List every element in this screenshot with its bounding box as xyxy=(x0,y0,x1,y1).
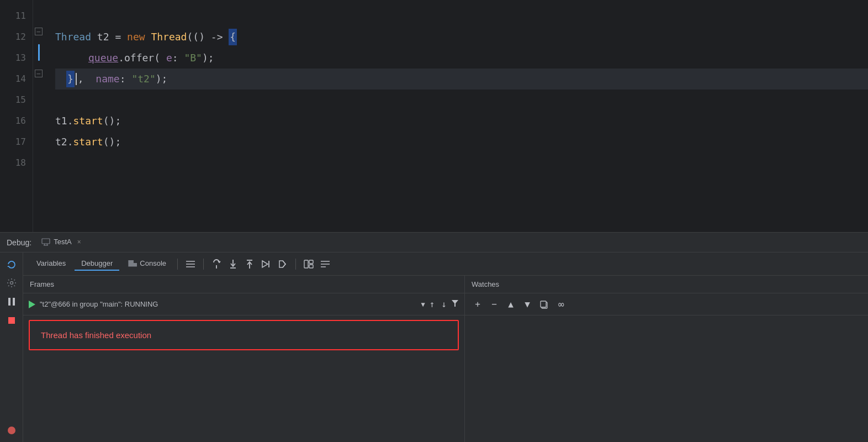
frames-label: Frames xyxy=(30,280,54,288)
svg-rect-19 xyxy=(309,260,313,264)
watches-label: Watches xyxy=(472,280,499,288)
fold-icon-14[interactable]: − xyxy=(35,70,43,77)
kw-thread: Thread xyxy=(55,29,91,45)
gutter-row-14: − xyxy=(33,63,44,84)
thread-selector[interactable]: "t2"@666 in group "main": RUNNING ▼ ↑ ↓ xyxy=(23,293,464,315)
toolbar-icons xyxy=(184,258,331,270)
code-line-13: queue .offer( e : "B" ); xyxy=(55,48,868,69)
svg-rect-5 xyxy=(8,298,10,306)
code-line-12: Thread t2 = new Thread (() -> { xyxy=(55,27,868,48)
debug-body: Variables Debugger Console xyxy=(0,252,868,442)
thread-nav: ↑ ↓ xyxy=(430,299,447,309)
tab-variables[interactable]: Variables xyxy=(30,257,72,271)
code-editor: 11 12 13 14 15 16 17 18 − − Thread t2 = xyxy=(0,0,868,232)
line-number-11: 11 xyxy=(0,6,26,27)
watches-toolbar: + − ▲ ▼ xyxy=(465,293,868,315)
kw-queue: queue xyxy=(88,50,118,66)
settings-button[interactable] xyxy=(4,276,19,290)
pause-button[interactable] xyxy=(4,294,19,309)
watch-up-icon[interactable]: ▲ xyxy=(505,298,517,311)
svg-point-4 xyxy=(10,282,13,285)
gutter-row-11 xyxy=(33,0,44,21)
debug-toolbar: Variables Debugger Console xyxy=(23,252,868,276)
line-numbers: 11 12 13 14 15 16 17 18 xyxy=(0,0,33,232)
add-watch-icon[interactable]: + xyxy=(472,298,484,311)
svg-point-8 xyxy=(8,427,15,434)
debug-main: Variables Debugger Console xyxy=(23,252,868,442)
code-line-14: } , name : "t2" ); xyxy=(55,69,868,90)
run-to-cursor-icon[interactable] xyxy=(260,258,272,270)
remove-watch-icon[interactable]: − xyxy=(488,298,500,311)
debug-tab-icon xyxy=(41,238,50,246)
evaluate-watch-icon[interactable]: ∞ xyxy=(554,298,567,311)
gutter: − − xyxy=(33,0,44,232)
watch-down-icon[interactable]: ▼ xyxy=(521,298,533,311)
close-tab-icon[interactable]: × xyxy=(77,238,81,246)
debug-panel: Debug: TestA × xyxy=(0,232,868,442)
toolbar-settings-icon[interactable] xyxy=(184,258,197,270)
copy-watch-icon[interactable] xyxy=(538,298,550,311)
frames-header: Frames xyxy=(23,276,464,293)
code-content: Thread t2 = new Thread (() -> { queue .o… xyxy=(44,0,868,232)
gutter-row-18 xyxy=(33,147,44,168)
brace-open: { xyxy=(229,29,237,46)
tab-console[interactable]: Console xyxy=(121,257,173,271)
step-over-icon[interactable] xyxy=(210,258,223,270)
tab-debugger[interactable]: Debugger xyxy=(75,257,119,271)
finished-execution-box: Thread has finished execution xyxy=(29,320,459,350)
svg-rect-7 xyxy=(8,317,15,324)
thread-filter-icon[interactable] xyxy=(451,299,459,309)
thread-label: "t2"@666 in group "main": RUNNING xyxy=(40,300,416,308)
debug-sidebar xyxy=(0,252,23,442)
gutter-row-17 xyxy=(33,126,44,147)
breakpoint-button[interactable] xyxy=(4,423,19,438)
evaluate-icon[interactable] xyxy=(277,258,289,270)
step-out-icon[interactable] xyxy=(244,258,256,270)
code-line-11 xyxy=(55,6,868,27)
execution-marker-13 xyxy=(38,44,40,61)
fold-icon-12[interactable]: − xyxy=(35,28,43,35)
svg-rect-6 xyxy=(13,298,15,306)
toolbar-separator-3 xyxy=(295,259,296,270)
toolbar-separator-2 xyxy=(203,259,204,270)
svg-rect-18 xyxy=(304,260,308,268)
gutter-row-13 xyxy=(33,42,44,63)
line-number-17: 17 xyxy=(0,131,26,152)
brace-close: } xyxy=(66,71,75,88)
line-number-15: 15 xyxy=(0,90,26,110)
thread-down-icon[interactable]: ↓ xyxy=(441,299,447,309)
line-number-16: 16 xyxy=(0,110,26,131)
line-number-18: 18 xyxy=(0,152,26,173)
code-line-18 xyxy=(55,152,868,173)
line-number-13: 13 xyxy=(0,48,26,69)
gutter-row-15 xyxy=(33,84,44,105)
rerun-button[interactable] xyxy=(4,257,19,271)
more-options-icon[interactable] xyxy=(319,258,331,270)
svg-rect-0 xyxy=(42,239,50,244)
frames-panel: Frames "t2"@666 in group "main": RUNNING… xyxy=(23,276,465,442)
stop-button[interactable] xyxy=(4,313,19,328)
gutter-row-12: − xyxy=(33,21,44,42)
svg-rect-20 xyxy=(309,265,313,268)
debug-tab-testa[interactable]: TestA × xyxy=(36,235,87,250)
debug-header: Debug: TestA × xyxy=(0,233,868,252)
code-line-17: t2. start (); xyxy=(55,131,868,152)
cursor-blink xyxy=(76,73,77,85)
watches-header: Watches xyxy=(465,276,868,293)
debug-label: Debug: xyxy=(7,238,31,247)
thread-up-icon[interactable]: ↑ xyxy=(430,299,435,309)
code-line-16: t1. start (); xyxy=(55,110,868,131)
line-number-12: 12 xyxy=(0,27,26,48)
code-line-15 xyxy=(55,90,868,110)
restore-layout-icon[interactable] xyxy=(303,258,315,270)
thread-dropdown-icon[interactable]: ▼ xyxy=(421,301,425,308)
svg-rect-26 xyxy=(541,301,546,307)
line-number-14: 14 xyxy=(0,69,26,90)
watches-panel: Watches + − ▲ ▼ xyxy=(465,276,868,442)
kw-thread-constructor: Thread xyxy=(151,29,187,45)
svg-marker-24 xyxy=(452,300,458,307)
step-into-icon[interactable] xyxy=(227,258,239,270)
debug-tab-testa-label: TestA xyxy=(54,238,72,246)
kw-new: new xyxy=(127,29,145,45)
debug-content: Frames "t2"@666 in group "main": RUNNING… xyxy=(23,276,868,442)
